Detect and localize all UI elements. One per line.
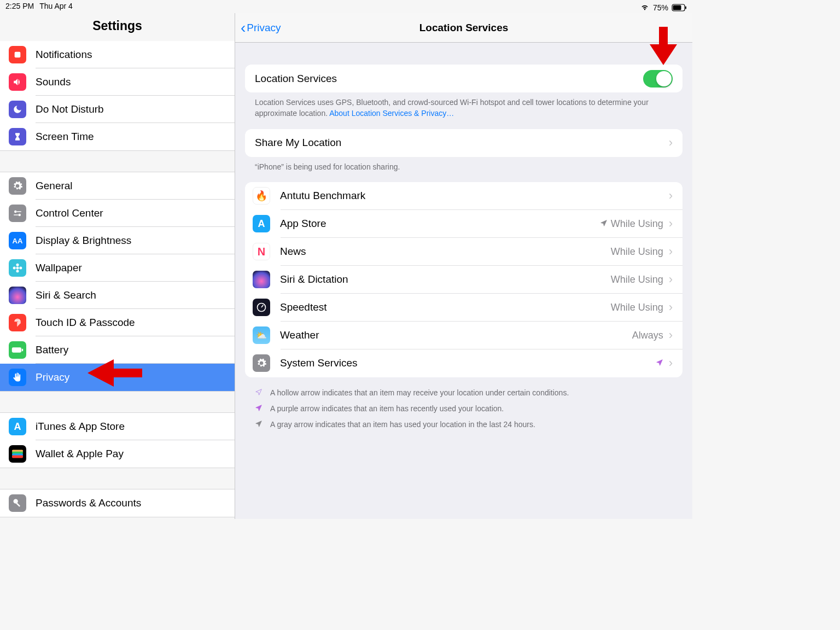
chevron-right-icon: ›	[669, 300, 673, 314]
chevron-right-icon: ›	[669, 136, 673, 150]
location-arrow-icon	[600, 218, 608, 230]
app-speedtest-row[interactable]: SpeedtestWhile Using›	[245, 294, 682, 322]
location-arrow-icon	[255, 388, 262, 398]
app-appstore-icon: A	[253, 215, 270, 232]
svg-rect-13	[12, 347, 21, 352]
location-arrow-icon	[255, 404, 262, 413]
nav-dnd[interactable]: Do Not Disturb	[0, 96, 235, 123]
nav-itunes-icon: A	[9, 418, 26, 435]
app-speedtest-icon	[253, 299, 270, 316]
back-button[interactable]: ‹ Privacy	[241, 20, 281, 36]
settings-sidebar: Settings NotificationsSoundsDo Not Distu…	[0, 13, 235, 519]
chevron-left-icon: ‹	[241, 20, 246, 36]
nav-itunes[interactable]: AiTunes & App Store	[0, 413, 235, 440]
svg-rect-3	[15, 52, 21, 58]
location-arrow-icon	[656, 358, 663, 369]
svg-point-10	[16, 270, 19, 272]
nav-siri-icon	[9, 287, 26, 304]
nav-general-icon	[9, 177, 26, 195]
svg-point-9	[16, 264, 19, 266]
nav-display-icon: AA	[9, 232, 26, 249]
nav-passwords-icon	[9, 494, 26, 512]
nav-display[interactable]: AADisplay & Brightness	[0, 227, 235, 254]
location-services-panel: Location Services	[245, 65, 682, 92]
nav-wallet-icon	[9, 445, 26, 463]
location-services-toggle-row[interactable]: Location Services	[245, 65, 682, 92]
nav-control-center[interactable]: Control Center	[0, 200, 235, 227]
status-time: 2:25 PM	[5, 2, 34, 13]
svg-point-8	[16, 267, 19, 270]
svg-point-11	[13, 267, 16, 270]
svg-rect-7	[14, 214, 18, 215]
back-label: Privacy	[247, 22, 281, 34]
svg-point-12	[19, 267, 22, 270]
nav-control-center-icon	[9, 205, 26, 222]
legend-row: A purple arrow indicates that an item ha…	[255, 401, 673, 417]
nav-wallpaper[interactable]: Wallpaper	[0, 254, 235, 282]
svg-rect-18	[12, 456, 23, 458]
nav-sounds-icon	[9, 73, 26, 91]
chevron-right-icon: ›	[669, 244, 673, 259]
about-privacy-link[interactable]: About Location Services & Privacy…	[329, 109, 454, 118]
app-system-icon	[253, 354, 270, 372]
nav-screentime-icon	[9, 128, 26, 145]
battery-icon	[672, 4, 687, 11]
nav-notifications-icon	[9, 46, 26, 63]
page-title: Location Services	[235, 22, 692, 34]
svg-point-6	[19, 214, 21, 217]
app-system-row[interactable]: System Services›	[245, 349, 682, 377]
svg-rect-2	[685, 6, 686, 9]
nav-passwords[interactable]: Passwords & Accounts	[0, 489, 235, 517]
nav-general[interactable]: General	[0, 172, 235, 200]
svg-rect-5	[17, 211, 21, 212]
nav-wallet[interactable]: Wallet & Apple Pay	[0, 440, 235, 468]
svg-point-19	[14, 499, 18, 504]
share-my-location-row[interactable]: Share My Location ›	[245, 129, 682, 157]
nav-bar: ‹ Privacy Location Services	[235, 13, 692, 43]
legend: A hollow arrow indicates that an item ma…	[245, 377, 682, 440]
nav-siri[interactable]: Siri & Search	[0, 282, 235, 309]
toggle-label: Location Services	[255, 73, 643, 85]
chevron-right-icon: ›	[669, 217, 673, 231]
location-arrow-icon	[255, 420, 262, 429]
nav-dnd-icon	[9, 101, 26, 118]
app-antutu-row[interactable]: 🔥Antutu Benchmark›	[245, 182, 682, 210]
app-weather-row[interactable]: ⛅WeatherAlways›	[245, 322, 682, 349]
annotation-arrow-toggle	[650, 27, 677, 65]
app-antutu-icon: 🔥	[253, 187, 270, 205]
app-news-icon: N	[253, 243, 270, 260]
status-bar: 2:25 PM Thu Apr 4 75%	[0, 0, 692, 13]
app-siri-icon	[253, 271, 270, 288]
toggle-description: Location Services uses GPS, Bluetooth, a…	[245, 92, 682, 119]
nav-privacy-icon	[9, 369, 26, 386]
nav-sounds[interactable]: Sounds	[0, 68, 235, 96]
nav-wallpaper-icon	[9, 259, 26, 277]
svg-rect-1	[673, 5, 681, 10]
battery-percentage: 75%	[653, 3, 668, 12]
nav-battery-icon	[9, 341, 26, 359]
app-weather-icon: ⛅	[253, 326, 270, 344]
sidebar-title: Settings	[0, 13, 235, 41]
nav-touchid-icon	[9, 314, 26, 331]
chevron-right-icon: ›	[669, 189, 673, 203]
chevron-right-icon: ›	[669, 272, 673, 287]
share-description: “iPhone” is being used for location shar…	[245, 157, 682, 172]
annotation-arrow-privacy	[88, 359, 142, 387]
chevron-right-icon: ›	[669, 328, 673, 342]
legend-row: A gray arrow indicates that an item has …	[255, 417, 673, 433]
nav-touchid[interactable]: Touch ID & Passcode	[0, 309, 235, 336]
share-location-panel: Share My Location ›	[245, 129, 682, 157]
nav-screentime[interactable]: Screen Time	[0, 123, 235, 150]
app-appstore-row[interactable]: AApp StoreWhile Using›	[245, 210, 682, 238]
svg-rect-14	[22, 349, 23, 352]
app-siri-row[interactable]: Siri & DictationWhile Using›	[245, 266, 682, 294]
chevron-right-icon: ›	[669, 356, 673, 370]
svg-point-4	[14, 211, 17, 213]
location-services-toggle[interactable]	[643, 70, 673, 88]
detail-pane: ‹ Privacy Location Services Location Ser…	[235, 13, 692, 519]
app-news-row[interactable]: NNewsWhile Using›	[245, 238, 682, 266]
wifi-icon	[640, 3, 650, 12]
svg-rect-20	[16, 503, 20, 507]
nav-notifications[interactable]: Notifications	[0, 41, 235, 68]
status-date: Thu Apr 4	[39, 2, 73, 13]
